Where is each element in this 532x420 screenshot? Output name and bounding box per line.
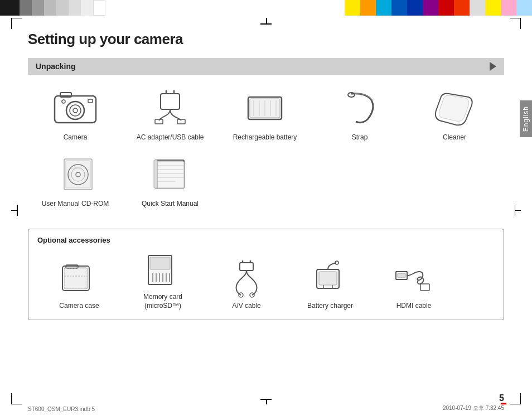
- center-mark-left: [11, 205, 22, 216]
- svg-rect-39: [150, 257, 170, 269]
- battery-charger-icon: [305, 259, 355, 298]
- manual-icon: [142, 151, 198, 196]
- memory-card-label: Memory card(microSD™): [143, 292, 182, 311]
- ac-adapter-icon: [142, 85, 198, 129]
- svg-rect-46: [240, 263, 253, 271]
- av-cable-icon: [221, 259, 272, 298]
- svg-rect-5: [88, 99, 93, 103]
- language-tab: English: [520, 100, 532, 137]
- footer-right: 2010-07-19 오후 7:32:45: [443, 404, 504, 412]
- svg-point-1: [66, 102, 84, 119]
- hdmi-cable-icon: [389, 259, 439, 298]
- camera-case-icon: [54, 259, 104, 298]
- item-battery: Rechargeable battery: [217, 85, 312, 142]
- center-mark-top: [260, 18, 272, 29]
- section-arrow-icon: [490, 62, 496, 71]
- grayscale-swatches: [0, 0, 105, 16]
- optional-title: Optional accessories: [37, 236, 495, 244]
- optional-accessories-box: Optional accessories Camera case: [28, 229, 504, 321]
- av-cable-label: A/V cable: [232, 301, 260, 311]
- item-cd-rom: User Manual CD-ROM: [28, 151, 123, 209]
- main-content: Setting up your camera Unpacking Camera: [28, 31, 504, 392]
- optional-item-battery-charger: Battery charger: [288, 259, 372, 311]
- color-bar: [0, 0, 532, 16]
- battery-charger-label: Battery charger: [307, 301, 353, 311]
- manual-label: Quick Start Manual: [142, 199, 199, 209]
- optional-item-memory-card: Memory card(microSD™): [121, 250, 205, 311]
- item-cleaner: Cleaner: [407, 85, 502, 142]
- svg-rect-7: [161, 94, 180, 109]
- item-camera: Camera: [28, 85, 123, 142]
- svg-rect-57: [398, 273, 405, 278]
- svg-rect-58: [420, 284, 429, 291]
- language-label: English: [522, 106, 530, 132]
- strap-icon: [332, 85, 388, 129]
- battery-label: Rechargeable battery: [233, 133, 297, 142]
- ac-adapter-label: AC adapter/USB cable: [137, 133, 204, 142]
- cd-rom-icon: [47, 151, 103, 196]
- svg-point-2: [70, 105, 81, 116]
- optional-item-av-cable: A/V cable: [205, 259, 288, 311]
- corner-mark-br: [510, 393, 521, 404]
- svg-point-3: [73, 108, 78, 113]
- optional-item-hdmi-cable: HDMI cable: [372, 259, 456, 311]
- camera-icon: [47, 85, 103, 129]
- center-mark-right: [510, 205, 521, 216]
- color-swatches: [345, 0, 532, 16]
- unpacking-title: Unpacking: [36, 62, 76, 71]
- svg-rect-34: [64, 268, 88, 289]
- page-title: Setting up your camera: [28, 31, 504, 48]
- unpacking-items-grid: Camera AC adapter/USB cab: [28, 85, 504, 218]
- footer-left: ST600_QSM_EUR3.indb 5: [28, 406, 95, 412]
- item-strap: Strap: [312, 85, 407, 142]
- optional-items-grid: Camera case Memory card(mi: [37, 250, 495, 311]
- unpacking-header: Unpacking: [28, 58, 504, 75]
- cleaner-label: Cleaner: [443, 133, 466, 142]
- battery-icon: [237, 85, 293, 129]
- svg-rect-32: [154, 160, 157, 188]
- strap-label: Strap: [352, 133, 368, 142]
- page-number: 5: [499, 393, 504, 403]
- corner-mark-bl: [11, 393, 22, 404]
- svg-point-6: [62, 100, 65, 103]
- cleaner-icon: [427, 85, 482, 129]
- cd-rom-label: User Manual CD-ROM: [42, 199, 109, 209]
- memory-card-icon: [138, 250, 188, 289]
- hdmi-cable-label: HDMI cable: [396, 301, 432, 311]
- camera-label: Camera: [64, 133, 88, 142]
- item-ac-adapter: AC adapter/USB cable: [123, 85, 217, 142]
- corner-mark-tl: [11, 18, 22, 29]
- center-mark-bottom: [260, 393, 272, 404]
- corner-mark-tr: [510, 18, 521, 29]
- item-manual: Quick Start Manual: [123, 151, 217, 209]
- camera-case-label: Camera case: [59, 301, 99, 311]
- svg-rect-52: [319, 272, 337, 285]
- optional-item-camera-case: Camera case: [37, 259, 121, 311]
